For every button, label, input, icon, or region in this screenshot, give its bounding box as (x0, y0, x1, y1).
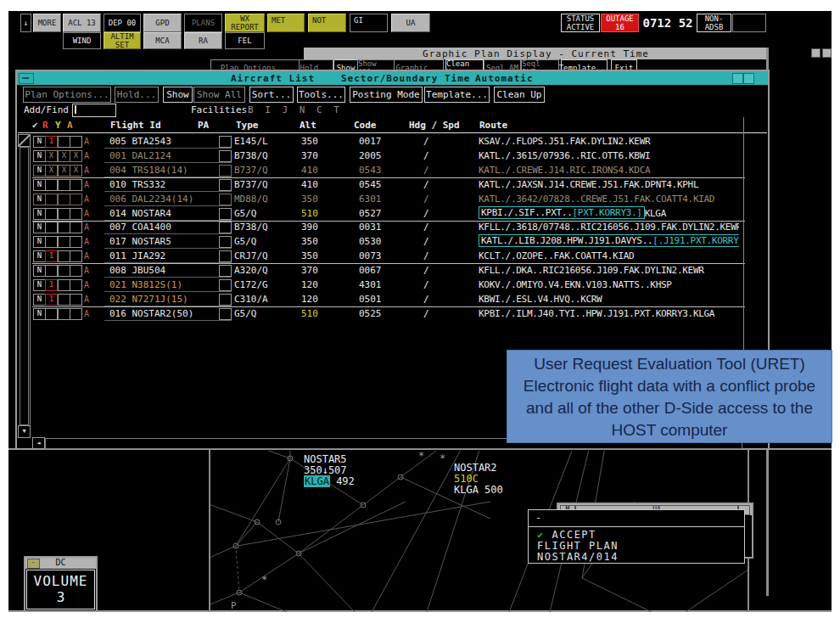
menu-wx-report[interactable]: WX REPORT (225, 14, 265, 32)
alert-checkbox[interactable] (45, 308, 58, 320)
n-flag-box[interactable]: N (33, 265, 46, 277)
route[interactable]: KATL./.3642/07828..CREWE.J51.FAK.COATT4.… (479, 192, 739, 206)
menu-fel[interactable]: FEL (225, 32, 265, 49)
route[interactable]: KATL./.3615/07936..RIC.OTT6.KBWI (479, 149, 739, 163)
dc-window-menu-icon[interactable]: - (27, 559, 40, 569)
flight-id[interactable]: 004 TRS184(14) (109, 163, 188, 177)
route[interactable]: KFLL./.3618/07748..RIC216056.J109.FAK.DY… (479, 220, 739, 234)
pa-checkbox[interactable] (219, 165, 232, 177)
alert-checkbox[interactable] (70, 308, 82, 320)
n-flag-box[interactable]: N (33, 150, 46, 162)
n-flag-box[interactable]: N (33, 279, 46, 291)
datablock-nostar5[interactable]: NOSTAR5 350↓507 KLGA 492 (304, 454, 355, 487)
vertical-scrollbar-top-icon[interactable] (18, 134, 31, 147)
pa-checkbox[interactable] (219, 194, 232, 205)
alert-checkbox[interactable]: 1 (45, 250, 58, 262)
scroll-left-icon[interactable]: ◄ (32, 437, 45, 450)
alert-checkbox[interactable] (70, 236, 82, 248)
table-row[interactable]: NA006 DAL2234(14)MD88/Q3506301/KATL./.36… (18, 192, 767, 206)
menu-mca[interactable]: MCA (143, 32, 182, 49)
n-flag-box[interactable]: N (33, 308, 46, 320)
table-row[interactable]: NA010 TRS332B737/Q4100545/KATL./.JAXSN.J… (18, 177, 767, 192)
alert-checkbox[interactable] (70, 222, 82, 233)
table-row[interactable]: N1A021 N3812S(1)C172/G1204301/KOKV./.OMI… (18, 278, 767, 292)
route[interactable]: KATL./.CREWE.J14.RIC.IRONS4.KDCA (479, 163, 739, 177)
gpd-window-titlebar[interactable]: Graphic Plan Display - Current Time (304, 48, 768, 59)
alert-checkbox[interactable] (70, 208, 82, 220)
route[interactable]: KATL./.LIB.J208.HPW.J191.DAVYS..[.J191.P… (479, 234, 739, 249)
alert-checkbox[interactable] (70, 136, 82, 148)
pa-checkbox[interactable] (219, 265, 232, 277)
pa-checkbox[interactable] (219, 208, 232, 220)
alert-checkbox[interactable] (70, 279, 82, 291)
table-row[interactable]: NA014 NOSTAR4G5/Q5100527/KPBI./.SIF..PXT… (18, 206, 767, 221)
gpd-window-maximize-button[interactable] (822, 48, 832, 58)
scroll-down-icon[interactable]: ▼ (18, 425, 31, 438)
alert-checkbox[interactable] (58, 179, 70, 191)
menu-gpd[interactable]: GPD (143, 14, 182, 32)
alert-checkbox[interactable] (45, 265, 58, 277)
route[interactable]: KOKV./.OMIYO.V4.EKN.V103.NATTS..KHSP (479, 278, 739, 292)
alert-checkbox[interactable]: X (45, 150, 58, 162)
table-row[interactable]: NA017 NOSTAR5G5/Q3500530/KATL./.LIB.J208… (18, 234, 767, 249)
n-flag-box[interactable]: N (33, 165, 46, 177)
menu-more[interactable]: MORE (33, 14, 61, 32)
route[interactable]: KPBI./.ILM.J40.TYI..HPW.J191.PXT.KORRY3.… (479, 306, 739, 321)
table-row[interactable]: NA008 JBU504A320/Q3700067/KFLL./.DKA..RI… (18, 263, 767, 278)
flight-id[interactable]: 001 DAL2124 (109, 149, 171, 163)
table-row[interactable]: NXXXA001 DAL2124B738/Q3702005/KATL./.361… (18, 149, 767, 163)
alert-checkbox[interactable]: X (70, 150, 82, 162)
pa-checkbox[interactable] (219, 136, 232, 148)
table-row[interactable]: NXXXA004 TRS184(14)B737/Q4100543/KATL./.… (18, 163, 767, 177)
alert-checkbox[interactable] (70, 294, 82, 306)
route[interactable]: KBWI./.ESL.V4.HVQ..KCRW (479, 292, 739, 306)
outage-indicator[interactable]: OUTAGE 16 (601, 14, 639, 32)
n-flag-box[interactable]: N (33, 294, 46, 306)
dialog-minimize-icon[interactable]: - (529, 510, 744, 527)
alert-checkbox[interactable] (45, 222, 58, 233)
n-flag-box[interactable]: N (33, 222, 46, 233)
flight-id[interactable]: 010 TRS332 (109, 177, 165, 192)
flight-id[interactable]: 006 DAL2234(14) (109, 192, 193, 206)
route[interactable]: KSAV./.FLOPS.J51.FAK.DYLIN2.KEWR (479, 134, 739, 149)
alert-checkbox[interactable]: X (58, 150, 70, 162)
route[interactable]: KATL./.JAXSN.J14.CREWE.J51.FAK.DPNT4.KPH… (479, 177, 739, 192)
flight-id[interactable]: 014 NOSTAR4 (109, 206, 171, 221)
alert-checkbox[interactable] (58, 222, 70, 233)
table-row[interactable]: NA007 COA1400B738/Q3900031/KFLL./.3618/0… (18, 220, 767, 234)
flight-id[interactable]: 021 N3812S(1) (109, 278, 182, 292)
pa-checkbox[interactable] (219, 222, 232, 233)
alert-checkbox[interactable] (70, 265, 82, 277)
pa-checkbox[interactable] (219, 179, 232, 191)
alert-checkbox[interactable]: X (58, 165, 70, 177)
route[interactable]: KCLT./.OZOPE..FAK.COATT4.KIAD (479, 249, 739, 263)
alert-checkbox[interactable]: 1 (45, 279, 58, 291)
alert-checkbox[interactable] (58, 236, 70, 248)
route[interactable]: KFLL./.DKA..RIC216056.J109.FAK.DYLIN2.KE… (479, 263, 739, 278)
n-flag-box[interactable]: N (33, 236, 46, 248)
alert-checkbox[interactable] (58, 250, 70, 262)
menu-plans[interactable]: PLANS (184, 14, 222, 32)
alert-checkbox[interactable] (58, 265, 70, 277)
alert-checkbox[interactable]: 1 (45, 136, 58, 148)
table-row[interactable]: N1A022 N7271J(15)C310/A1200501/KBWI./.ES… (18, 292, 767, 306)
menu-ra[interactable]: RA (184, 32, 222, 49)
flight-id[interactable]: 017 NOSTAR5 (109, 234, 171, 249)
flight-id[interactable]: 007 COA1400 (109, 220, 171, 234)
alert-checkbox[interactable]: X (70, 165, 82, 177)
vertical-scrollbar[interactable] (20, 147, 29, 425)
flight-id[interactable]: 005 BTA2543 (109, 134, 171, 149)
menu-ua[interactable]: UA (391, 14, 430, 32)
n-flag-box[interactable]: N (33, 208, 46, 220)
alert-checkbox[interactable] (70, 250, 82, 262)
n-flag-box[interactable]: N (33, 136, 46, 148)
alert-checkbox[interactable]: X (45, 165, 58, 177)
n-flag-box[interactable]: N (33, 194, 46, 205)
table-row[interactable]: NA016 NOSTAR2(50)G5/Q5100525/KPBI./.ILM.… (18, 306, 767, 321)
alert-checkbox[interactable] (70, 179, 82, 191)
alert-checkbox[interactable] (45, 208, 58, 220)
route[interactable]: KPBI./.SIF..PXT..[PXT.KORRY3.]KLGA (479, 206, 739, 221)
alert-checkbox[interactable] (58, 279, 70, 291)
alert-checkbox[interactable] (45, 194, 58, 205)
pa-checkbox[interactable] (219, 236, 232, 248)
